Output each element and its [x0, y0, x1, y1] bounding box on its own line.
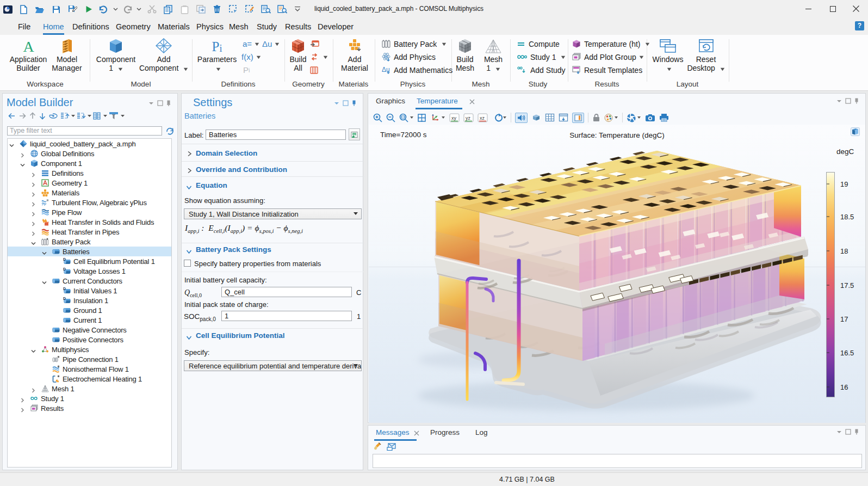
svg-text:A: A: [23, 39, 34, 53]
svg-text:D: D: [63, 297, 66, 300]
svg-text:Pi: Pi: [212, 40, 222, 53]
svg-text:xy: xy: [451, 115, 457, 121]
svg-text:D: D: [63, 257, 66, 261]
svg-text:xz: xz: [480, 115, 485, 121]
svg-text:yz: yz: [466, 115, 471, 121]
svg-text:D: D: [63, 267, 66, 271]
svg-text:D: D: [63, 287, 66, 291]
